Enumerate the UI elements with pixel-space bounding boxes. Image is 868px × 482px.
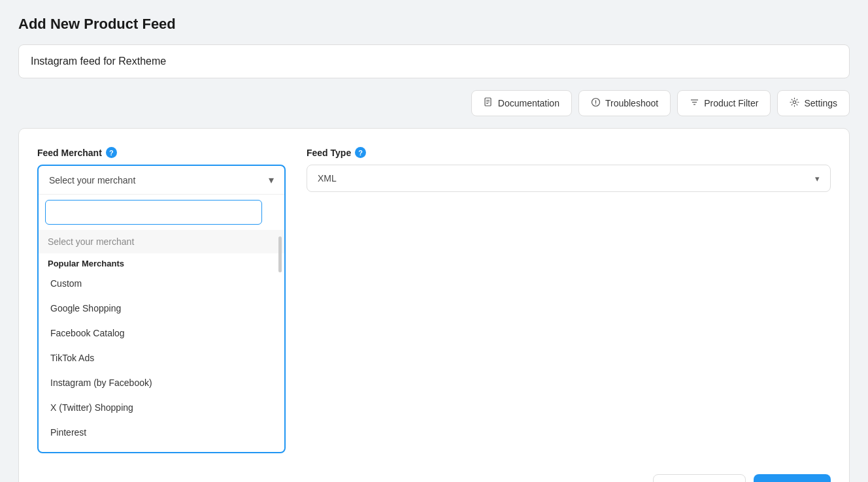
feed-merchant-label: Feed Merchant ? — [37, 147, 286, 158]
toolbar: Documentation Troubleshoot Product Filte… — [18, 90, 850, 116]
merchant-item-custom[interactable]: Custom — [39, 271, 284, 296]
fields-row: Feed Merchant ? Select your merchant ▾ S… — [37, 147, 831, 453]
doc-icon — [484, 97, 493, 109]
feed-type-label: Feed Type ? — [307, 147, 831, 158]
documentation-label: Documentation — [498, 98, 559, 108]
page-title: Add New Product Feed — [18, 16, 850, 33]
troubleshoot-icon — [591, 97, 601, 109]
filter-icon — [690, 97, 699, 109]
preview-feed-button[interactable]: Preview Feed — [653, 474, 746, 482]
actions-row: Preview Feed Publish — [37, 474, 831, 482]
publish-button[interactable]: Publish — [754, 474, 831, 482]
feed-merchant-help-icon[interactable]: ? — [106, 147, 117, 158]
merchant-placeholder-option[interactable]: Select your merchant — [39, 230, 284, 253]
merchant-item-pinterest[interactable]: Pinterest — [39, 420, 284, 445]
feed-type-chevron-icon: ▾ — [815, 174, 820, 184]
documentation-button[interactable]: Documentation — [471, 90, 572, 116]
merchant-selected-value: Select your merchant — [49, 175, 135, 185]
feed-type-selected: XML — [318, 173, 337, 184]
troubleshoot-label: Troubleshoot — [605, 98, 658, 108]
feed-merchant-field: Feed Merchant ? Select your merchant ▾ S… — [37, 147, 286, 453]
feed-type-field: Feed Type ? XML ▾ — [307, 147, 831, 192]
settings-label: Settings — [804, 98, 837, 108]
merchant-item-x-twitter[interactable]: X (Twitter) Shopping — [39, 395, 284, 420]
troubleshoot-button[interactable]: Troubleshoot — [578, 90, 671, 116]
settings-icon — [790, 97, 799, 109]
dropdown-scrollbar[interactable] — [278, 236, 282, 272]
main-card: Feed Merchant ? Select your merchant ▾ S… — [18, 128, 850, 482]
feed-type-dropdown[interactable]: XML ▾ — [307, 165, 831, 192]
merchant-chevron-icon: ▾ — [269, 174, 274, 186]
merchant-item-snapchat[interactable]: Snapchat — [39, 445, 284, 452]
feed-name-input[interactable] — [18, 44, 850, 78]
merchant-dropdown-container: Select your merchant ▾ Select your merch… — [37, 165, 286, 453]
feed-type-help-icon[interactable]: ? — [355, 147, 366, 158]
product-filter-label: Product Filter — [704, 98, 758, 108]
settings-button[interactable]: Settings — [777, 90, 850, 116]
merchant-search-input[interactable] — [45, 200, 262, 225]
merchant-item-google-shopping[interactable]: Google Shopping — [39, 296, 284, 321]
merchant-group-label: Popular Merchants — [39, 253, 284, 271]
svg-point-10 — [793, 101, 796, 103]
merchant-item-facebook-catalog[interactable]: Facebook Catalog — [39, 321, 284, 345]
svg-point-6 — [595, 104, 596, 104]
merchant-dropdown-list: Select your merchant Popular Merchants C… — [39, 230, 284, 452]
merchant-item-tiktok-ads[interactable]: TikTok Ads — [39, 345, 284, 370]
merchant-dropdown-trigger[interactable]: Select your merchant ▾ — [39, 166, 284, 195]
product-filter-button[interactable]: Product Filter — [677, 90, 771, 116]
merchant-item-instagram[interactable]: Instagram (by Facebook) — [39, 370, 284, 395]
